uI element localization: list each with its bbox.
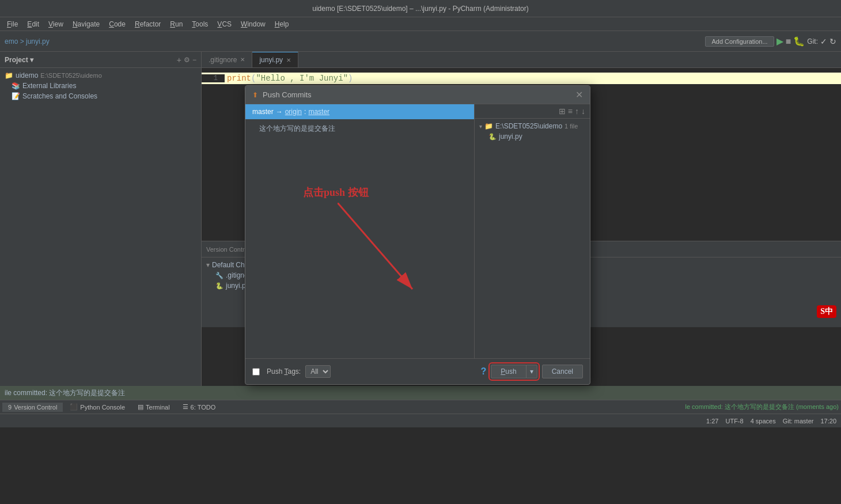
modal-file-tree-root[interactable]: ▾ 📁 E:\SDET0525\uidemo 1 file [477, 121, 588, 131]
tab-gitignore-close-icon[interactable]: ✕ [240, 56, 245, 63]
menu-item-view[interactable]: View [44, 19, 68, 29]
modal-right-panel: ⊞ ≡ ↑ ↓ ▾ 📁 E:\SDET0525\uidemo 1 file 🐍 … [475, 104, 590, 358]
modal-file-tree: ▾ 📁 E:\SDET0525\uidemo 1 file 🐍 junyi.py [475, 119, 590, 358]
bottom-tab-terminal[interactable]: ▤ Terminal [132, 402, 176, 412]
menu-item-edit[interactable]: Edit [22, 19, 44, 29]
modal-root-path: E:\SDET0525\uidemo [495, 122, 562, 130]
gitignore-tab-label: .gitignore [209, 56, 237, 64]
commit-list: 这个地方写的是提交备注 [245, 119, 474, 358]
bottom-tab-python-console[interactable]: ⬛ Python Console [64, 402, 131, 412]
folder-tree-icon: 📁 [484, 122, 493, 130]
branch-from-label: master [252, 108, 274, 116]
push-button-group: Push ▾ [491, 365, 537, 378]
file-count-badge: 1 file [565, 123, 578, 130]
cancel-button[interactable]: Cancel [542, 365, 583, 378]
menu-item-tools[interactable]: Tools [187, 19, 213, 29]
bottom-tab-vc[interactable]: 9 Version Control [2, 403, 63, 412]
status-bar: 1:27 UTF-8 4 spaces Git: master 17:20 [0, 414, 841, 427]
py-icon: 🐍 [488, 133, 497, 141]
menu-item-code[interactable]: Code [104, 19, 130, 29]
panel-header: Project ▾ + ⚙ − [0, 52, 201, 68]
vc-bottom-tab-label: Version Control [14, 404, 57, 411]
sort-asc-icon[interactable]: ↑ [575, 107, 579, 116]
library-icon: 📚 [12, 82, 20, 90]
modal-right-toolbar: ⊞ ≡ ↑ ↓ [475, 104, 590, 119]
changelist-collapse-icon: ▾ [206, 261, 210, 269]
menu-item-run[interactable]: Run [165, 19, 187, 29]
origin-link[interactable]: origin [285, 108, 302, 116]
menu-item-refactor[interactable]: Refactor [130, 19, 165, 29]
sougou-ime: S中 [817, 305, 836, 318]
tree-expand-icon: ▾ [479, 123, 482, 130]
panel-settings-button[interactable]: ⚙ [184, 55, 190, 65]
tags-dropdown[interactable]: All [305, 365, 331, 378]
modal-close-button[interactable]: ✕ [575, 89, 583, 100]
panel-close-button[interactable]: − [192, 55, 196, 65]
menu-item-file[interactable]: File [2, 19, 22, 29]
menu-bar: File Edit View Navigate Code Refactor Ru… [0, 17, 841, 31]
push-tags-label: Push Tags: [267, 367, 301, 376]
tab-junyi-close-icon[interactable]: ✕ [286, 57, 291, 63]
panel-title: Project ▾ [5, 56, 33, 64]
tree-item-scratches[interactable]: 📝 Scratches and Consoles [0, 91, 201, 101]
branch-to-link[interactable]: master [308, 108, 329, 116]
line-content-1: print("Hello , I'm Junyi") [225, 73, 355, 84]
external-libraries-label: External Libraries [22, 82, 76, 90]
menu-item-navigate[interactable]: Navigate [68, 19, 104, 29]
sort-desc-icon[interactable]: ↓ [581, 107, 585, 116]
menu-item-vcs[interactable]: VCS [213, 19, 236, 29]
todo-icon: ☰ [183, 403, 188, 411]
help-button[interactable]: ? [480, 366, 486, 377]
filter-icon[interactable]: ≡ [568, 107, 573, 116]
git-branch-status: Git: master [783, 418, 814, 425]
project-panel: Project ▾ + ⚙ − 📁 uidemo E:\SDET0525\uid… [0, 52, 202, 386]
gitignore-file-icon: 🔧 [215, 272, 223, 279]
tree-root-label: uidemo [16, 71, 38, 79]
push-dropdown-arrow-button[interactable]: ▾ [526, 365, 537, 378]
modal-left-panel: master → origin : master 这个地方写的是提交备注 点击p… [245, 104, 475, 358]
git-label: Git: [807, 37, 818, 46]
git-refresh-icon[interactable]: ↻ [829, 37, 836, 46]
junyi-tab-label: junyi.py [259, 56, 283, 64]
expand-icon[interactable]: ⊞ [559, 107, 566, 116]
stop-icon[interactable]: ■ [786, 36, 791, 47]
line-number-1: 1 [202, 74, 225, 82]
tab-junyi[interactable]: junyi.py ✕ [252, 52, 298, 67]
scratches-label: Scratches and Consoles [22, 92, 97, 100]
push-button[interactable]: Push [491, 365, 526, 378]
terminal-icon: ▤ [138, 403, 143, 411]
python-console-label: Python Console [80, 404, 125, 411]
menu-item-window[interactable]: Window [236, 19, 270, 29]
tree-item-external-libraries[interactable]: 📚 External Libraries [0, 81, 201, 91]
git-checkmark-icon[interactable]: ✓ [820, 37, 827, 46]
modal-title-bar: ⬆ Push Commits ✕ [245, 86, 590, 104]
python-console-icon: ⬛ [70, 403, 78, 411]
title-bar: uidemo [E:\SDET0525\uidemo] – ...\junyi.… [0, 0, 841, 17]
modal-body: master → origin : master 这个地方写的是提交备注 点击p… [245, 104, 590, 358]
debug-icon[interactable]: 🐛 [793, 36, 805, 47]
branch-row: master → origin : master [245, 104, 474, 119]
run-icon[interactable]: ▶ [776, 36, 783, 47]
branch-colon: : [304, 108, 306, 116]
bottom-bar: 9 Version Control ⬛ Python Console ▤ Ter… [0, 400, 841, 414]
commit-item-1[interactable]: 这个地方写的是提交备注 [245, 122, 474, 136]
push-tags-checkbox[interactable] [252, 368, 260, 376]
bottom-tab-todo[interactable]: ☰ 6: TODO [177, 402, 222, 412]
commit-message-1: 这个地方写的是提交备注 [259, 124, 335, 132]
tree-item-uidemo[interactable]: 📁 uidemo E:\SDET0525\uidemo [0, 70, 201, 81]
breadcrumb: emo > junyi.py [5, 37, 50, 46]
menu-item-help[interactable]: Help [270, 19, 294, 29]
panel-add-button[interactable]: + [177, 55, 181, 65]
cursor-position: 1:27 [706, 418, 718, 425]
title-bar-text: uidemo [E:\SDET0525\uidemo] – ...\junyi.… [5, 5, 836, 13]
sougou-label: S中 [820, 307, 833, 316]
tab-bar: .gitignore ✕ junyi.py ✕ [202, 52, 841, 68]
tab-gitignore[interactable]: .gitignore ✕ [202, 52, 252, 67]
add-configuration-button[interactable]: Add Configuration... [705, 36, 774, 47]
modal-filename: junyi.py [499, 132, 522, 141]
modal-file-item-junyi[interactable]: 🐍 junyi.py [477, 131, 588, 142]
commit-notification-text: le committed: 这个地方写的是提交备注 (moments ago) [685, 403, 839, 411]
vc-tab-number-icon: 9 [8, 404, 12, 411]
modal-footer: Push Tags: All ? Push ▾ Cancel [245, 358, 590, 384]
push-commits-modal[interactable]: ⬆ Push Commits ✕ master → origin : maste… [245, 85, 590, 385]
